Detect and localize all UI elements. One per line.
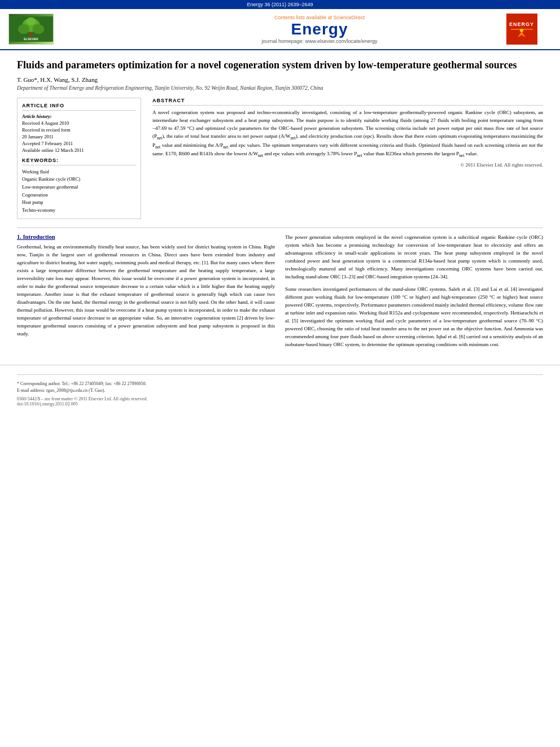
history-label: Article history: — [22, 113, 136, 119]
received-revised-label: Received in revised form — [22, 127, 136, 134]
corresponding-author: * Corresponding author. Tel.: +86 22 274… — [17, 381, 543, 387]
svg-text:ENERGY: ENERGY — [509, 21, 534, 27]
svg-point-3 — [33, 24, 45, 34]
keyword-3: Low-temperature geothermal — [22, 184, 136, 191]
keyword-2: Organic Rankine cycle (ORC) — [22, 176, 136, 184]
sciencedirect-link[interactable]: Contents lists available at ScienceDirec… — [133, 15, 506, 20]
journal-homepage: journal homepage: www.elsevier.com/locat… — [133, 38, 506, 44]
article-info-column: Article info Article history: Received 4… — [17, 98, 141, 219]
online-date: Available online 12 March 2011 — [22, 147, 136, 154]
body-left-column: 1. Introduction Geothermal, being an env… — [17, 234, 275, 353]
journal-issue-info: Energy 36 (2011) 2639–2649 — [247, 2, 313, 7]
copyright: © 2011 Elsevier Ltd. All rights reserved… — [152, 162, 543, 168]
footer-divider — [17, 374, 543, 375]
energy-logo-icon: ENERGY — [506, 14, 537, 45]
footer-copyright-info: 0360-5442/$ – see front matter © 2011 El… — [17, 396, 543, 407]
article-title: Fluids and parameters optimization for a… — [17, 59, 543, 72]
article-info-title: Article info — [22, 103, 136, 111]
journal-title: Energy — [133, 20, 506, 38]
journal-header-center: Contents lists available at ScienceDirec… — [133, 15, 506, 44]
section-1-heading: 1. Introduction — [17, 234, 275, 240]
accepted-date: Accepted 7 February 2011 — [22, 141, 136, 147]
body-right-column: The power generation subsystem employed … — [285, 234, 543, 353]
keyword-6: Techno-economy — [22, 207, 136, 215]
revised-date: 20 January 2011 — [22, 134, 136, 141]
intro-paragraph-3: Some researchers investigated performanc… — [285, 286, 543, 349]
article-info-abstract-section: Article info Article history: Received 4… — [17, 98, 543, 219]
elsevier-logo: ELSEVIER — [8, 14, 54, 45]
author-email: E-mail address: tguo_2008@tju.edu.cn (T.… — [17, 387, 543, 394]
keyword-5: Heat pump — [22, 199, 136, 207]
article-history: Article history: Received 4 August 2010 … — [22, 113, 136, 154]
affiliation: Department of Thermal Energy and Refrige… — [17, 85, 543, 91]
main-content: Fluids and parameters optimization for a… — [0, 50, 560, 359]
issn-text: 0360-5442/$ – see front matter © 2011 El… — [17, 396, 147, 401]
received-date: Received 4 August 2010 — [22, 120, 136, 127]
abstract-text: A novel cogeneration system was proposed… — [152, 109, 543, 159]
intro-paragraph-1: Geothermal, being an environmentally fri… — [17, 243, 275, 338]
svg-point-11 — [520, 29, 523, 32]
body-section: 1. Introduction Geothermal, being an env… — [17, 234, 543, 353]
energy-logo: ENERGY — [506, 14, 537, 45]
keywords-title: Keywords: — [22, 158, 136, 165]
top-banner: Energy 36 (2011) 2639–2649 — [0, 0, 560, 9]
tree-icon: ELSEVIER — [8, 16, 54, 42]
svg-point-2 — [18, 24, 30, 34]
keyword-4: Cogeneration — [22, 191, 136, 199]
article-info-box: Article info Article history: Received 4… — [17, 98, 141, 219]
abstract-column: Abstract A novel cogeneration system was… — [152, 98, 543, 219]
svg-text:ELSEVIER: ELSEVIER — [24, 37, 38, 41]
footer-section: * Corresponding author. Tel.: +86 22 274… — [0, 365, 560, 410]
elsevier-logo-section: ELSEVIER — [8, 14, 133, 45]
energy-logo-section: ENERGY — [506, 14, 552, 45]
section-divider — [17, 228, 543, 228]
abstract-title: Abstract — [152, 98, 543, 106]
svg-point-5 — [26, 18, 36, 25]
keyword-1: Working fluid — [22, 168, 136, 176]
journal-header: ELSEVIER Contents lists available at Sci… — [0, 9, 560, 50]
authors: T. Guo*, H.X. Wang, S.J. Zhang — [17, 76, 543, 83]
keywords-section: Keywords: Working fluid Organic Rankine … — [22, 158, 136, 215]
intro-paragraph-2: The power generation subsystem employed … — [285, 234, 543, 281]
doi-text: doi:10.1016/j.energy.2011.02.005 — [17, 401, 78, 407]
